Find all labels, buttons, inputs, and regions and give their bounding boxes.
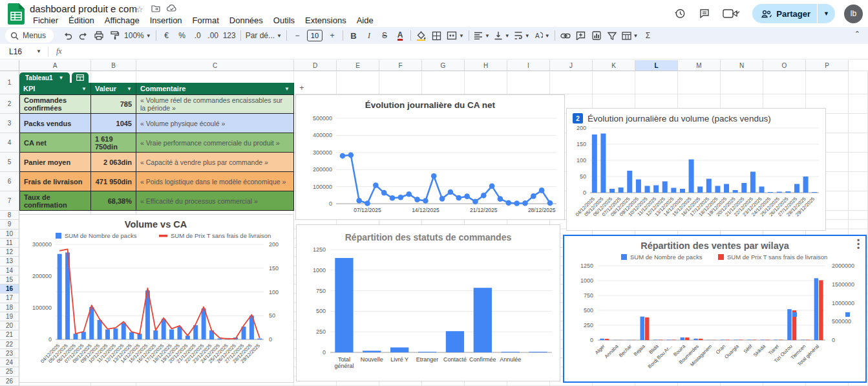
column-header-J[interactable]: J bbox=[550, 60, 593, 71]
column-header-P[interactable]: P bbox=[806, 60, 849, 71]
name-box-caret-icon[interactable]: ▼ bbox=[36, 48, 41, 54]
column-header-H[interactable]: H bbox=[465, 60, 507, 71]
row-header-22[interactable]: 22 bbox=[0, 340, 19, 349]
format-percent[interactable]: % bbox=[175, 28, 190, 43]
select-all-corner[interactable] bbox=[0, 60, 19, 71]
kpi-header-kpi[interactable]: KPI▼ bbox=[19, 83, 91, 94]
more-formats[interactable]: 123 bbox=[221, 28, 238, 43]
chart-volume-packs[interactable]: 2Évolution journalière du volume (packs … bbox=[566, 108, 826, 231]
merge-cells-icon[interactable]: ▼ bbox=[445, 28, 466, 43]
row-header-2[interactable]: 2 bbox=[0, 94, 19, 114]
row-header-13[interactable]: 13 bbox=[0, 257, 19, 266]
chart-statuts-commandes[interactable]: Répartition des statuts de commandes0250… bbox=[296, 224, 560, 381]
row-header-20[interactable]: 20 bbox=[0, 321, 19, 330]
collapse-toolbar-icon[interactable]: ⌃ bbox=[854, 30, 860, 38]
history-icon[interactable] bbox=[672, 6, 688, 21]
move-folder-icon[interactable] bbox=[151, 5, 160, 14]
redo-icon[interactable] bbox=[76, 28, 91, 43]
column-header-E[interactable]: E bbox=[337, 60, 379, 71]
column-header-G[interactable]: G bbox=[422, 60, 465, 71]
add-column-button[interactable]: + bbox=[297, 83, 307, 92]
table-grid-chip[interactable] bbox=[72, 72, 89, 83]
row-header-14[interactable]: 14 bbox=[0, 266, 19, 275]
row-header-8[interactable]: 8 bbox=[0, 211, 19, 220]
row-header-7[interactable]: 7 bbox=[0, 191, 19, 211]
share-button[interactable]: Partager ▼ bbox=[752, 4, 835, 23]
fill-color-icon[interactable] bbox=[414, 28, 429, 43]
kpi-cell-kname[interactable]: Commandes confirmées bbox=[19, 94, 91, 114]
kpi-cell-kval[interactable]: 1 619 750din bbox=[91, 133, 136, 153]
row-header-17[interactable]: 17 bbox=[0, 294, 19, 303]
kpi-cell-kval[interactable]: 68,38% bbox=[91, 191, 136, 211]
align-icon[interactable]: ▼ bbox=[472, 28, 492, 43]
table-name-chip[interactable]: Tableau1 ▼ bbox=[19, 72, 70, 83]
kpi-cell-kval[interactable]: 785 bbox=[91, 94, 136, 114]
print-icon[interactable] bbox=[91, 28, 107, 43]
row-header-25[interactable]: 25 bbox=[0, 367, 19, 376]
search-menus-button[interactable]: Menus bbox=[5, 28, 54, 43]
paint-format-icon[interactable] bbox=[107, 28, 122, 43]
avatar[interactable]: lb bbox=[844, 5, 863, 23]
kpi-header-valeur[interactable]: Valeur▼ bbox=[91, 83, 136, 94]
kpi-cell-kcom[interactable]: « Capacité à vendre plus par commande » bbox=[136, 153, 294, 172]
font-size-minus[interactable]: − bbox=[290, 28, 305, 43]
kpi-cell-kcom[interactable]: « Vraie performance commerciale du produ… bbox=[136, 133, 294, 153]
kpi-cell-kval[interactable]: 1045 bbox=[91, 114, 136, 133]
row-header-10[interactable]: 10 bbox=[0, 230, 19, 239]
table-views-icon[interactable]: ▼ bbox=[620, 28, 640, 43]
column-header-F[interactable]: F bbox=[379, 60, 422, 71]
row-header-18[interactable]: 18 bbox=[0, 303, 19, 312]
sheets-logo-icon[interactable] bbox=[8, 3, 25, 25]
chart-menu-icon[interactable]: ••• bbox=[854, 239, 863, 250]
menu-donnees[interactable]: Données bbox=[225, 15, 268, 26]
meet-camera-icon[interactable] bbox=[721, 6, 743, 21]
format-currency[interactable]: € bbox=[159, 28, 175, 43]
column-header-C[interactable]: C bbox=[136, 60, 294, 71]
column-header-I[interactable]: I bbox=[507, 60, 550, 71]
kpi-cell-kval[interactable]: 2 063din bbox=[91, 153, 136, 172]
menu-format[interactable]: Format bbox=[188, 15, 224, 26]
column-header-K[interactable]: K bbox=[593, 60, 635, 71]
valign-icon[interactable]: ▼ bbox=[492, 28, 512, 43]
filter-icon[interactable] bbox=[604, 28, 620, 43]
row-header-15[interactable]: 15 bbox=[0, 275, 19, 284]
undo-icon[interactable] bbox=[60, 28, 76, 43]
kpi-cell-kname[interactable]: Packs vendus bbox=[19, 114, 91, 133]
column-header-A[interactable]: A bbox=[19, 60, 91, 71]
borders-icon[interactable] bbox=[429, 28, 445, 43]
text-color-button[interactable]: A bbox=[392, 28, 408, 43]
share-dropdown[interactable]: ▼ bbox=[817, 4, 835, 23]
chart-volume-vs-ca[interactable]: Volume vs CASUM de Nombre de packsSUM de… bbox=[17, 214, 294, 383]
kpi-cell-kname[interactable]: Frais de livraison bbox=[19, 172, 91, 191]
row-header-9[interactable]: 9 bbox=[0, 220, 19, 229]
kpi-cell-kcom[interactable]: « Volume réel de commandes encaissables … bbox=[136, 94, 294, 114]
rotate-icon[interactable]: A▼ bbox=[532, 28, 552, 43]
column-header-M[interactable]: M bbox=[678, 60, 721, 71]
row-header-6[interactable]: 6 bbox=[0, 172, 19, 191]
row-header-21[interactable]: 21 bbox=[0, 330, 19, 339]
font-size-value[interactable]: 10 bbox=[305, 28, 324, 43]
menu-edition[interactable]: Édition bbox=[64, 15, 99, 26]
font-select[interactable]: Par dé...▼ bbox=[244, 28, 284, 43]
kpi-header-commentaire[interactable]: Commentaire▼ bbox=[136, 83, 294, 94]
kpi-cell-kcom[interactable]: « Volume physique écoulé » bbox=[136, 114, 294, 133]
menu-fichier[interactable]: Fichier bbox=[28, 15, 63, 26]
row-header-4[interactable]: 4 bbox=[0, 133, 19, 153]
kpi-cell-kcom[interactable]: « Poids logistique dans le modèle économ… bbox=[136, 172, 294, 191]
row-header-23[interactable]: 23 bbox=[0, 349, 19, 358]
menu-insertion[interactable]: Insertion bbox=[145, 15, 187, 26]
row-header-1[interactable]: 1 bbox=[0, 71, 19, 94]
bold-button[interactable]: B bbox=[346, 28, 361, 43]
font-size-plus[interactable]: + bbox=[324, 28, 340, 43]
menu-extensions[interactable]: Extensions bbox=[301, 15, 351, 26]
italic-button[interactable]: I bbox=[361, 28, 377, 43]
kpi-cell-kval[interactable]: 471 950din bbox=[91, 172, 136, 191]
functions-button[interactable]: Σ bbox=[640, 28, 656, 43]
row-header-26[interactable]: 26 bbox=[0, 377, 19, 386]
insert-chart-icon[interactable] bbox=[589, 28, 604, 43]
menu-affichage[interactable]: Affichage bbox=[100, 15, 144, 26]
comments-icon[interactable] bbox=[697, 6, 712, 21]
kpi-cell-kname[interactable]: Taux de confirmation bbox=[19, 191, 91, 211]
row-header-3[interactable]: 3 bbox=[0, 114, 19, 133]
link-icon[interactable] bbox=[558, 28, 573, 43]
